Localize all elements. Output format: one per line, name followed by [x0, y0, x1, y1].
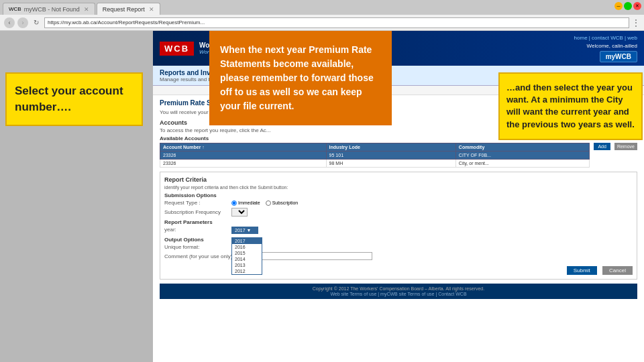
address-input[interactable] — [44, 17, 629, 28]
cancel-button[interactable]: Cancel — [602, 266, 633, 275]
tab-request-report[interactable]: Request Report ✕ — [97, 3, 160, 15]
subscription-radio[interactable] — [266, 200, 271, 206]
remove-account-button[interactable]: Remove — [614, 143, 637, 150]
refresh-button[interactable]: ↻ — [31, 17, 42, 28]
subscription-radio-label[interactable]: Subscription — [266, 200, 299, 206]
mywcb-badge[interactable]: myWCB — [600, 51, 637, 62]
settings-icon[interactable]: ⋮ — [632, 18, 640, 27]
tab-not-found[interactable]: WCB myWCB - Not Found ✕ — [3, 3, 95, 15]
year-option-2013[interactable]: 2013 — [232, 262, 262, 268]
back-button[interactable]: ‹ — [4, 17, 15, 28]
left-annotation-text: Select your account number…. — [15, 84, 123, 113]
browser-tab-bar: WCB myWCB - Not Found ✕ Request Report ✕… — [0, 0, 644, 15]
tab-close-1[interactable]: ✕ — [84, 6, 89, 13]
year-option-2015[interactable]: 2015 — [232, 250, 262, 256]
immediate-radio-label[interactable]: Immediate — [231, 200, 260, 206]
col-commodity: Commodity — [455, 143, 590, 152]
wcb-header-right: home | contact WCB | web Welcome, calin-… — [574, 35, 637, 62]
comment-input[interactable] — [252, 252, 372, 260]
table-row[interactable]: 23326 98 MH City, or ment... — [160, 160, 590, 168]
year-dropdown-list: 2017 2016 2015 2014 2013 2012 — [231, 237, 262, 275]
year-option-2014[interactable]: 2014 — [232, 256, 262, 262]
maximize-btn[interactable] — [624, 2, 632, 10]
request-type-label: Request Type : — [164, 200, 231, 206]
minimize-btn[interactable]: ─ — [614, 2, 623, 10]
year-option-2016[interactable]: 2016 — [232, 244, 262, 250]
submission-options-label: Submission Options — [164, 192, 633, 198]
home-contact-link[interactable]: home | contact WCB | web — [574, 35, 637, 41]
subscription-freq-row: Subscription Frequency — [164, 208, 633, 217]
center-popup-text: When the next year Premium Rate Statemen… — [220, 44, 374, 111]
address-bar: ‹ › ↻ ⋮ — [0, 15, 644, 31]
tab-label-1: myWCB - Not Found — [24, 6, 80, 13]
report-criteria-section: Report Criteria identify your report cri… — [160, 172, 637, 280]
year-row: year: 2017 ▼ 2017 2016 2015 2014 2013 20… — [164, 227, 633, 234]
table-row[interactable]: 23326 95 101 CITY OF F0B... — [160, 152, 590, 160]
welcome-text: Welcome, calin-ailled — [587, 43, 637, 49]
subscription-freq-select[interactable] — [231, 208, 248, 217]
immediate-radio[interactable] — [231, 200, 237, 206]
year-option-2017[interactable]: 2017 — [232, 238, 262, 244]
left-annotation-box: Select your account number…. — [5, 72, 143, 126]
year-select-box[interactable]: 2017 ▼ — [231, 227, 258, 234]
year-dropdown-container: 2017 ▼ 2017 2016 2015 2014 2013 2012 — [231, 227, 258, 234]
report-params-label: Report Parameters — [164, 219, 633, 225]
year-label: year: — [164, 227, 231, 233]
forward-button[interactable]: › — [17, 17, 28, 28]
unique-format-label: Unique format: — [164, 244, 231, 250]
report-criteria-title: Report Criteria — [164, 176, 633, 183]
tab-close-2[interactable]: ✕ — [149, 6, 154, 13]
accounts-table: Account Number ↑ Industry Lode Commodity… — [160, 143, 590, 168]
subscription-freq-label: Subscription Frequency — [164, 209, 231, 215]
center-popup-box: When the next year Premium Rate Statemen… — [209, 31, 392, 125]
year-option-2012[interactable]: 2012 — [232, 268, 262, 274]
tab-label-2: Request Report — [103, 6, 145, 13]
report-criteria-instruction: identify your report criteria and then c… — [164, 185, 633, 190]
close-btn[interactable]: ✕ — [633, 2, 641, 10]
request-type-row: Request Type : Immediate Subscription — [164, 200, 633, 206]
col-industry: Industry Lode — [326, 143, 455, 152]
add-account-button[interactable]: Add — [594, 143, 610, 150]
wcb-logo-box: WCB — [160, 42, 194, 56]
col-account: Account Number ↑ — [160, 143, 327, 152]
submit-button[interactable]: Submit — [567, 266, 597, 275]
right-annotation-text: …and then select the year you want. At a… — [506, 82, 635, 129]
right-annotation-box: …and then select the year you want. At a… — [498, 72, 643, 140]
wcb-footer: Copyright © 2012 The Workers' Compensati… — [160, 284, 637, 299]
